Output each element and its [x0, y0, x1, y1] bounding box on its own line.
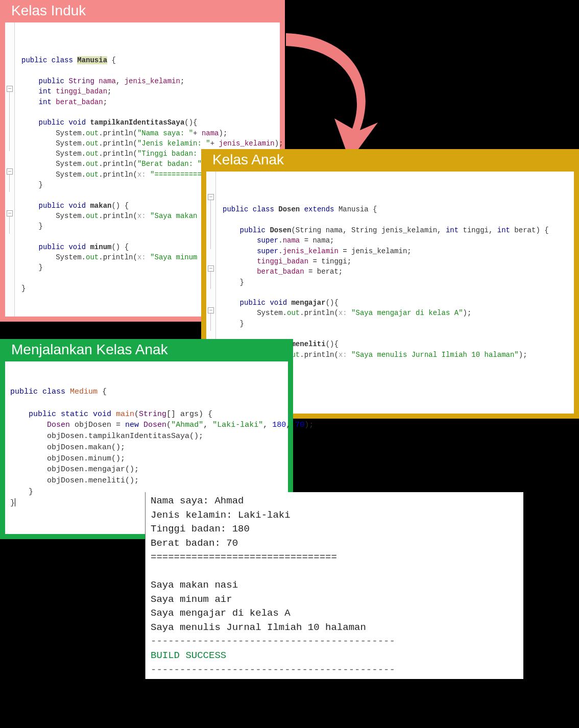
fold-icon[interactable]: [208, 194, 214, 200]
console-output: Nama saya: Ahmad Jenis kelamin: Laki-lak…: [145, 492, 523, 679]
fold-icon[interactable]: [208, 307, 214, 313]
panel-title: Menjalankan Kelas Anak: [5, 339, 288, 361]
arrow-icon: [276, 31, 388, 163]
fold-icon[interactable]: [7, 210, 13, 216]
code-text: public class Medium { public static void…: [10, 386, 283, 508]
fold-gutter: [5, 22, 15, 317]
fold-icon[interactable]: [7, 168, 13, 175]
panel-title: Kelas Induk: [5, 0, 280, 22]
fold-icon[interactable]: [7, 86, 13, 92]
fold-icon[interactable]: [208, 265, 214, 272]
panel-title: Kelas Anak: [206, 149, 574, 172]
